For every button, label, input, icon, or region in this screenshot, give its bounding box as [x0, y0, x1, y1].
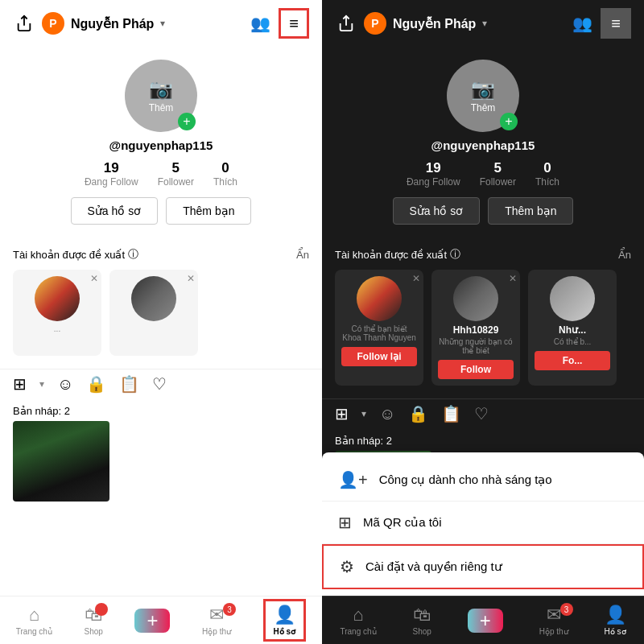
- right-card-desc-2: Những người bạn có thể biết: [438, 337, 514, 355]
- menu-item-qr-code[interactable]: ⊞ Mã QR của tôi: [322, 502, 644, 544]
- follow-button-3[interactable]: Fo...: [535, 351, 610, 370]
- right-people-icon[interactable]: 👥: [572, 14, 592, 33]
- nav-create[interactable]: +: [134, 609, 170, 633]
- right-suggested-card-3: Như... Có thể b... Fo...: [528, 270, 617, 386]
- right-username-title: Nguyễn Pháp: [393, 16, 476, 31]
- right-nav-profile-label: Hồ sơ: [605, 627, 626, 636]
- profile-icon: 👤: [274, 605, 295, 625]
- tab-heart-icon[interactable]: ♡: [152, 374, 167, 394]
- follow-again-button-1[interactable]: Follow lại: [341, 347, 417, 366]
- right-bottom-nav: ⌂ Trang chủ 🛍 Shop + ✉ Hộp thư 3 👤 Hồ sơ: [322, 596, 644, 644]
- right-card-avatar-2: [453, 276, 498, 321]
- left-stat-following: 19 Đang Follow: [85, 160, 138, 188]
- right-suggested-header: Tài khoản được đề xuất ⓘ Ẩn: [335, 247, 631, 262]
- close-card-1-icon[interactable]: ✕: [90, 273, 98, 284]
- tab-emoji-icon[interactable]: ☺: [57, 375, 73, 394]
- right-edit-profile-button[interactable]: Sửa hồ sơ: [393, 197, 481, 225]
- right-stat-likes: 0 Thích: [535, 160, 559, 188]
- right-header-right: 👥 ≡: [572, 8, 631, 39]
- add-friend-button[interactable]: Thêm bạn: [166, 197, 251, 225]
- left-header: P Nguyễn Pháp ▾ 👥 ≡: [0, 0, 322, 47]
- follow-button-2[interactable]: Follow: [438, 360, 514, 379]
- inbox-icon: ✉: [209, 605, 224, 625]
- dropdown-menu: 👤+ Công cụ dành cho nhà sáng tạo ⊞ Mã QR…: [322, 452, 644, 596]
- menu-item-creator-tools[interactable]: 👤+ Công cụ dành cho nhà sáng tạo: [322, 459, 644, 502]
- right-menu-button[interactable]: ≡: [601, 8, 631, 39]
- inbox-badge: 3: [223, 603, 236, 616]
- nav-inbox[interactable]: ✉ Hộp thư 3: [202, 605, 231, 636]
- nav-home[interactable]: ⌂ Trang chủ: [16, 605, 52, 636]
- people-icon[interactable]: 👥: [250, 14, 270, 33]
- qr-code-icon: ⊞: [338, 513, 352, 532]
- right-shop-icon: 🛍: [413, 605, 431, 625]
- right-nav-home-label: Trang chủ: [340, 627, 376, 636]
- left-chevron-icon[interactable]: ▾: [160, 18, 165, 29]
- left-profile-section: 📷 Thêm + @nguyenphap115 19 Đang Follow 5…: [0, 47, 322, 241]
- right-card-avatar-3: [550, 276, 595, 321]
- tab-dropdown-icon[interactable]: ▾: [39, 378, 44, 390]
- left-hide-button[interactable]: Ẩn: [296, 249, 309, 261]
- right-tab-dropdown-icon[interactable]: ▾: [361, 408, 366, 419]
- right-close-card-1-icon[interactable]: ✕: [412, 273, 420, 284]
- left-stat-likes: 0 Thích: [213, 160, 237, 188]
- right-create-button[interactable]: +: [468, 609, 503, 633]
- right-suggested-cards: ✕ Có thể bạn biết Khoa Thanh Nguyen Foll…: [335, 270, 631, 386]
- share-icon[interactable]: [13, 12, 35, 35]
- right-tab-grid-icon[interactable]: ⊞: [335, 404, 349, 423]
- right-card-desc-3: Có thể b...: [554, 337, 592, 346]
- add-avatar-button[interactable]: +: [178, 113, 196, 130]
- settings-icon: ⚙: [340, 557, 354, 576]
- right-nav-profile[interactable]: 👤 Hồ sơ: [605, 605, 626, 636]
- right-avatar-wrapper: 📷 Thêm +: [447, 60, 519, 132]
- right-action-row: Sửa hồ sơ Thêm bạn: [393, 197, 574, 225]
- tab-lock-icon[interactable]: 🔒: [86, 374, 106, 394]
- right-nav-create[interactable]: +: [468, 609, 503, 633]
- tab-save-icon[interactable]: 📋: [119, 374, 139, 394]
- right-inbox-icon: ✉: [547, 605, 561, 625]
- avatar-label: Thêm: [149, 102, 174, 114]
- left-suggested-section: Tài khoản được đề xuất ⓘ Ẩn ✕ ... ✕: [0, 241, 322, 362]
- right-nav-inbox[interactable]: ✉ Hộp thư 3: [539, 605, 568, 636]
- create-button[interactable]: +: [134, 609, 170, 633]
- right-nav-home[interactable]: ⌂ Trang chủ: [340, 605, 376, 636]
- right-stat-follower: 5 Follower: [480, 160, 516, 188]
- creator-tools-icon: 👤+: [338, 470, 368, 489]
- close-card-2-icon[interactable]: ✕: [187, 273, 195, 284]
- left-draft-section: Bản nháp: 2: [0, 398, 322, 510]
- nav-profile[interactable]: 👤 Hồ sơ: [263, 599, 307, 642]
- left-action-row: Sửa hồ sơ Thêm bạn: [71, 197, 252, 225]
- right-tabs-bar: ⊞ ▾ ☺ 🔒 📋 ♡: [322, 398, 644, 428]
- right-suggested-title: Tài khoản được đề xuất ⓘ: [335, 247, 460, 262]
- right-add-friend-button[interactable]: Thêm bạn: [488, 197, 573, 225]
- right-add-avatar-button[interactable]: +: [500, 113, 518, 130]
- home-icon: ⌂: [29, 605, 39, 625]
- right-share-icon[interactable]: [335, 12, 357, 35]
- right-nav-shop[interactable]: 🛍 Shop: [412, 605, 431, 636]
- right-close-card-2-icon[interactable]: ✕: [509, 273, 517, 284]
- left-stat-follower: 5 Follower: [158, 160, 194, 188]
- nav-shop[interactable]: 🛍 Shop: [85, 605, 103, 636]
- header-left: P Nguyễn Pháp ▾: [13, 12, 165, 35]
- edit-profile-button[interactable]: Sửa hồ sơ: [71, 197, 159, 225]
- right-tab-emoji-icon[interactable]: ☺: [379, 405, 395, 423]
- right-profile-icon: 👤: [605, 605, 626, 625]
- right-hide-button[interactable]: Ẩn: [618, 249, 631, 261]
- right-tab-lock-icon[interactable]: 🔒: [408, 404, 428, 423]
- left-draft-thumbnail[interactable]: [13, 421, 109, 502]
- left-username-title: Nguyễn Pháp: [71, 16, 154, 31]
- right-suggested-section: Tài khoản được đề xuất ⓘ Ẩn ✕ Có thể bạn…: [322, 241, 644, 392]
- right-tab-heart-icon[interactable]: ♡: [474, 404, 489, 423]
- right-tab-save-icon[interactable]: 📋: [441, 404, 461, 423]
- card-avatar-2: [131, 276, 176, 321]
- right-suggested-card-1: ✕ Có thể bạn biết Khoa Thanh Nguyen Foll…: [335, 270, 423, 386]
- card-avatar-1: [35, 276, 80, 321]
- left-suggested-header: Tài khoản được đề xuất ⓘ Ẩn: [13, 247, 309, 262]
- menu-button[interactable]: ≡: [279, 8, 309, 39]
- premium-badge: P: [42, 12, 64, 35]
- tab-grid-icon[interactable]: ⊞: [13, 374, 27, 394]
- nav-profile-label: Hồ sơ: [274, 627, 296, 636]
- shop-badge: [95, 603, 108, 616]
- menu-item-settings[interactable]: ⚙ Cài đặt và quyền riêng tư: [322, 544, 644, 589]
- right-chevron-icon[interactable]: ▾: [482, 18, 487, 29]
- left-avatar-wrapper: 📷 Thêm +: [125, 60, 197, 132]
